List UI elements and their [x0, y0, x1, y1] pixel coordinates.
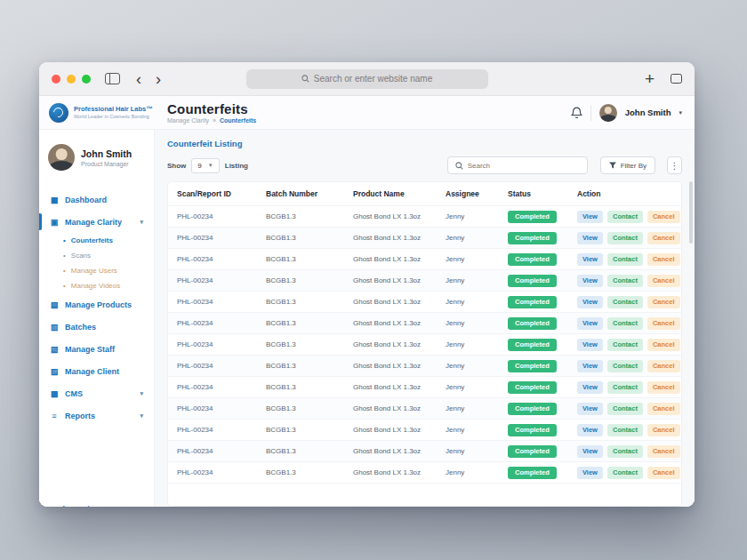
view-button[interactable]: View	[577, 211, 603, 223]
cancel-button[interactable]: Cancel	[647, 445, 680, 458]
user-avatar[interactable]	[599, 104, 617, 122]
sidebar-item-cms[interactable]: ▩ CMS ▾	[39, 382, 154, 404]
contact-button[interactable]: Contact	[607, 211, 643, 223]
cancel-button[interactable]: Cancel	[647, 275, 680, 287]
breadcrumb-parent[interactable]: Manage Clarity	[167, 117, 209, 124]
cancel-button[interactable]: Cancel	[647, 232, 680, 244]
address-bar-placeholder: Search or enter website name	[314, 74, 432, 84]
sidebar: John Smith Product Manager ▦ Dashboard ▣…	[39, 130, 155, 507]
filter-icon	[609, 162, 616, 169]
cms-icon: ▩	[50, 389, 59, 398]
sidebar-item-counterfeits[interactable]: • Counterfeits	[39, 233, 154, 248]
contact-button[interactable]: Contact	[607, 381, 643, 394]
contact-button[interactable]: Contact	[607, 232, 643, 244]
contact-button[interactable]: Contact	[607, 253, 643, 266]
cell-batch-number: BCGB1.3	[266, 298, 353, 306]
sidebar-item-logout[interactable]: ↪ Logout	[39, 500, 154, 507]
address-bar[interactable]: Search or enter website name	[246, 69, 488, 89]
sidebar-item-manage-staff[interactable]: ▧ Manage Staff	[39, 338, 154, 360]
cancel-button[interactable]: Cancel	[647, 211, 680, 223]
sidebar-user-role: Product Manager	[81, 161, 132, 167]
cancel-button[interactable]: Cancel	[647, 403, 680, 415]
table-row: PHL-00234 BCGB1.3 Ghost Bond LX 1.3oz Je…	[168, 441, 681, 462]
tab-overview-icon[interactable]	[671, 74, 682, 84]
close-window-button[interactable]	[52, 75, 60, 84]
view-button[interactable]: View	[577, 403, 603, 415]
more-options-kebab-icon[interactable]: ⋮	[667, 156, 682, 174]
search-icon	[301, 75, 309, 83]
show-count-select[interactable]: 9 ▼	[191, 158, 219, 173]
view-button[interactable]: View	[577, 339, 603, 351]
contact-button[interactable]: Contact	[607, 445, 643, 458]
cancel-button[interactable]: Cancel	[647, 360, 680, 372]
column-header-status: Status	[508, 189, 577, 198]
listing-label: Listing	[225, 162, 248, 170]
cell-scan-report-id: PHL-00234	[177, 255, 266, 263]
view-button[interactable]: View	[577, 381, 603, 394]
sidebar-item-manage-products[interactable]: ▤ Manage Products	[39, 293, 154, 316]
zoom-window-button[interactable]	[82, 75, 91, 84]
cancel-button[interactable]: Cancel	[647, 467, 680, 479]
new-tab-icon[interactable]: +	[645, 70, 655, 87]
contact-button[interactable]: Contact	[607, 317, 643, 330]
sidebar-item-dashboard[interactable]: ▦ Dashboard	[39, 188, 154, 211]
sidebar-item-manage-videos[interactable]: • Manage Videos	[39, 278, 154, 293]
view-button[interactable]: View	[577, 232, 603, 244]
cancel-button[interactable]: Cancel	[647, 296, 680, 308]
sidebar-item-scans[interactable]: • Scans	[39, 248, 154, 263]
chevron-down-icon: ▾	[140, 412, 143, 420]
cell-batch-number: BCGB1.3	[266, 447, 353, 455]
table-row: PHL-00234 BCGB1.3 Ghost Bond LX 1.3oz Je…	[168, 420, 681, 441]
search-input[interactable]	[468, 162, 580, 170]
sidebar-item-reports[interactable]: ≡ Reports ▾	[39, 404, 154, 427]
sidebar-item-manage-users[interactable]: • Manage Users	[39, 263, 154, 278]
contact-button[interactable]: Contact	[607, 424, 643, 436]
contact-button[interactable]: Contact	[607, 360, 643, 372]
bell-icon[interactable]	[571, 107, 582, 119]
sidebar-item-manage-clarity[interactable]: ▣ Manage Clarity ▾	[39, 211, 154, 233]
view-button[interactable]: View	[577, 445, 603, 458]
cell-batch-number: BCGB1.3	[266, 468, 353, 476]
scrollbar-thumb[interactable]	[689, 181, 693, 244]
cancel-button[interactable]: Cancel	[647, 317, 680, 330]
cancel-button[interactable]: Cancel	[647, 339, 680, 351]
user-menu-chevron-down-icon[interactable]: ▾	[679, 109, 682, 116]
view-button[interactable]: View	[577, 296, 603, 308]
show-label: Show	[167, 162, 186, 170]
filter-by-button[interactable]: Filter By	[600, 156, 655, 174]
contact-button[interactable]: Contact	[607, 275, 643, 287]
cancel-button[interactable]: Cancel	[647, 424, 680, 436]
cancel-button[interactable]: Cancel	[647, 381, 680, 394]
forward-icon[interactable]: ›	[156, 71, 161, 87]
manage-videos-bullet-icon: •	[63, 282, 66, 290]
view-button[interactable]: View	[577, 275, 603, 287]
contact-button[interactable]: Contact	[607, 339, 643, 351]
contact-button[interactable]: Contact	[607, 467, 643, 479]
cell-product-name: Ghost Bond LX 1.3oz	[353, 362, 446, 370]
sidebar-item-batches[interactable]: ▥ Batches	[39, 316, 154, 338]
cell-status: Completed	[508, 253, 577, 266]
view-button[interactable]: View	[577, 424, 603, 436]
contact-button[interactable]: Contact	[607, 403, 643, 415]
view-button[interactable]: View	[577, 467, 603, 479]
user-menu-name[interactable]: John Smith	[625, 108, 671, 117]
contact-button[interactable]: Contact	[607, 296, 643, 308]
minimize-window-button[interactable]	[67, 75, 76, 84]
status-badge: Completed	[508, 381, 557, 394]
column-header-assignee: Assignee	[446, 189, 508, 198]
batches-icon: ▥	[50, 323, 59, 332]
back-icon[interactable]: ‹	[136, 71, 141, 87]
cancel-button[interactable]: Cancel	[647, 253, 680, 266]
view-button[interactable]: View	[577, 253, 603, 266]
table-row: PHL-00234 BCGB1.3 Ghost Bond LX 1.3oz Je…	[168, 398, 681, 420]
cell-assignee: Jenny	[446, 319, 508, 327]
brand-logo[interactable]: Professional Hair Labs™ World Leader in …	[39, 103, 155, 123]
listing-controls: Show 9 ▼ Listing Filter By ⋮	[167, 156, 682, 174]
browser-sidebar-toggle-icon[interactable]	[105, 73, 120, 84]
view-button[interactable]: View	[577, 317, 603, 330]
status-badge: Completed	[508, 403, 557, 415]
table-row: PHL-00234 BCGB1.3 Ghost Bond LX 1.3oz Je…	[168, 356, 681, 377]
sidebar-item-manage-client[interactable]: ▨ Manage Client	[39, 360, 154, 382]
table-search-box[interactable]	[447, 156, 588, 174]
view-button[interactable]: View	[577, 360, 603, 372]
